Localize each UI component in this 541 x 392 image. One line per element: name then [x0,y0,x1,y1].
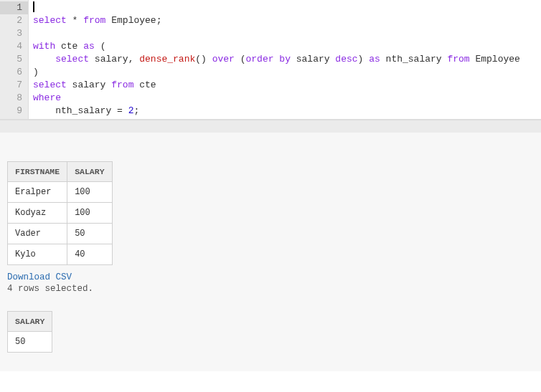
line-number: 6 [3,66,22,79]
result-table-2: SALARY 50 [7,311,52,353]
line-number: 4 [3,40,22,53]
code-line[interactable]: select salary, dense_rank() over (order … [33,53,537,66]
table-cell: 40 [67,244,112,265]
code-line[interactable]: select salary from cte [33,79,537,92]
table-cell: Kodyaz [8,203,67,224]
line-number: 2 [3,14,22,27]
sql-editor[interactable]: 123456789 select * from Employee;with ct… [0,0,541,120]
table-cell: Vader [8,224,67,244]
code-line[interactable]: ) [33,66,537,79]
code-line[interactable] [33,27,537,40]
table-cell: 50 [67,224,112,244]
line-number: 5 [3,53,22,66]
line-number: 7 [3,79,22,92]
code-line[interactable] [33,1,537,14]
line-number: 9 [3,105,22,118]
line-number: 8 [3,92,22,105]
column-header: FIRSTNAME [8,162,67,182]
table-cell: Kylo [8,244,67,265]
line-number: 3 [3,27,22,40]
status-text: 4 rows selected. [7,284,534,294]
download-csv-link[interactable]: Download CSV [7,272,72,282]
code-area[interactable]: select * from Employee;with cte as ( sel… [29,0,541,119]
column-header: SALARY [67,162,112,182]
table-row: Kodyaz100 [8,203,113,224]
result-table-1: FIRSTNAMESALARY Eralper100Kodyaz100Vader… [7,161,113,265]
table-row: Kylo40 [8,244,113,265]
table-row: Vader50 [8,224,113,244]
code-line[interactable]: nth_salary = 2; [33,105,537,118]
text-cursor [33,1,34,12]
table-row: 50 [8,332,52,353]
code-line[interactable]: where [33,92,537,105]
table-cell: 100 [67,203,112,224]
editor-bottom-bar [0,120,541,133]
table-row: Eralper100 [8,182,113,203]
code-line[interactable]: with cte as ( [33,40,537,53]
code-line[interactable]: select * from Employee; [33,14,537,27]
column-header: SALARY [8,312,52,332]
line-gutter: 123456789 [0,0,29,119]
line-number: 1 [0,1,28,14]
table-cell: 100 [67,182,112,203]
table-cell: Eralper [8,182,67,203]
results-panel: FIRSTNAMESALARY Eralper100Kodyaz100Vader… [0,133,541,371]
table-cell: 50 [8,332,52,353]
